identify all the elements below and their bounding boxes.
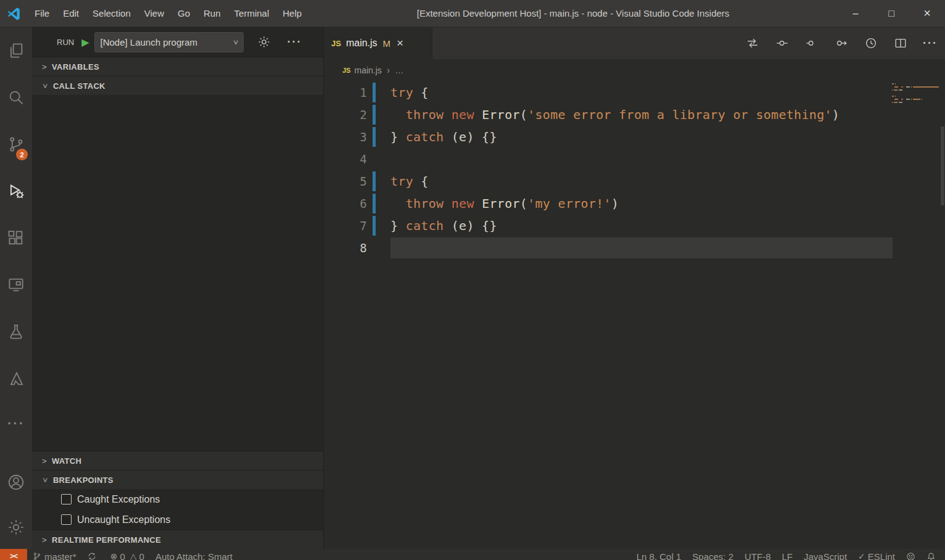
activitybar-item-explorer[interactable] — [0, 27, 32, 74]
more-actions-icon[interactable]: ··· — [923, 36, 938, 51]
debug-more-actions-icon[interactable]: ··· — [287, 36, 302, 49]
menu-go[interactable]: Go — [171, 0, 197, 27]
code-line[interactable]: 8 — [324, 237, 945, 259]
open-changes-icon[interactable] — [745, 36, 760, 51]
activitybar-item-run-debug[interactable] — [0, 168, 32, 215]
checkbox-uncaught-exceptions[interactable] — [61, 514, 72, 525]
section-watch[interactable]: > WATCH — [32, 451, 323, 470]
activitybar-item-search[interactable] — [0, 74, 32, 121]
line-number[interactable]: 3 — [324, 130, 367, 144]
language-status[interactable]: JavaScript — [798, 551, 852, 560]
menu-edit[interactable]: Edit — [56, 0, 86, 27]
gutter-modified-indicator — [373, 171, 376, 191]
problems-status[interactable]: ⊗ 0 △ 0 — [105, 551, 150, 560]
notifications-status[interactable] — [921, 552, 941, 560]
change-overview-icon[interactable] — [804, 36, 819, 51]
chevron-right-icon: > — [42, 62, 52, 72]
debug-settings-gear-icon[interactable] — [257, 35, 271, 49]
activitybar-item-more[interactable]: ··· — [0, 402, 32, 445]
line-number[interactable]: 8 — [324, 241, 367, 255]
line-number[interactable]: 1 — [324, 86, 367, 99]
status-bar: >< master* ⊗ 0 △ 0 Auto Attach: Smart Ln… — [0, 549, 945, 560]
remote-indicator[interactable]: >< — [0, 549, 27, 560]
code-text[interactable]: try { — [390, 174, 429, 189]
line-col-label: Ln 8, Col 1 — [637, 551, 682, 560]
code-line[interactable]: 7} catch (e) {} — [324, 215, 945, 237]
auto-attach-status[interactable]: Auto Attach: Smart — [150, 551, 238, 560]
activitybar-item-azure[interactable] — [0, 355, 32, 402]
section-realtime-label: REALTIME PERFORMANCE — [52, 535, 161, 545]
section-call-stack[interactable]: > CALL STACK — [32, 76, 323, 95]
code-line[interactable]: 4 — [324, 148, 945, 170]
menu-terminal[interactable]: Terminal — [228, 0, 276, 27]
start-debug-button[interactable]: ▶ — [81, 36, 89, 48]
timeline-icon[interactable] — [864, 36, 878, 51]
section-variables-label: VARIABLES — [52, 62, 99, 72]
code-text[interactable]: } catch (e) {} — [390, 130, 497, 144]
eslint-status[interactable]: ✓ ESLint — [852, 551, 901, 560]
breakpoint-row-uncaught[interactable]: Uncaught Exceptions — [32, 509, 323, 530]
code-editor[interactable]: 1try {2 throw new Error('some error from… — [324, 81, 945, 549]
scrollbar[interactable] — [941, 126, 944, 205]
menu-help[interactable]: Help — [276, 0, 308, 27]
run-debug-icon — [7, 182, 25, 200]
eol-status[interactable]: LF — [777, 551, 799, 560]
line-number[interactable]: 5 — [324, 175, 367, 188]
maximize-button[interactable]: □ — [873, 0, 909, 27]
line-number[interactable]: 7 — [324, 219, 367, 233]
remote-explorer-icon — [7, 276, 25, 294]
checkbox-caught-exceptions[interactable] — [61, 494, 72, 504]
code-text[interactable]: try { — [390, 85, 429, 100]
breadcrumb[interactable]: JS main.js › … — [324, 59, 945, 81]
section-breakpoints[interactable]: > BREAKPOINTS — [32, 470, 323, 489]
run-debug-sidebar: RUN ▶ [Node] Launch program > ··· > VARI… — [32, 27, 323, 549]
menu-file[interactable]: File — [28, 0, 56, 27]
git-branch-status[interactable]: master* — [27, 551, 82, 560]
minimize-button[interactable]: – — [838, 0, 873, 27]
feedback-icon — [906, 552, 915, 560]
breadcrumb-separator-icon: › — [387, 65, 390, 76]
activitybar-item-remote-explorer[interactable] — [0, 261, 32, 308]
launch-config-select[interactable]: [Node] Launch program > — [94, 32, 244, 52]
section-realtime-performance[interactable]: > REALTIME PERFORMANCE — [32, 530, 323, 549]
code-line[interactable]: 5try { — [324, 170, 945, 192]
prev-change-icon[interactable] — [775, 36, 790, 51]
gutter-modified-indicator — [373, 216, 376, 236]
breakpoint-row-caught[interactable]: Caught Exceptions — [32, 489, 323, 509]
breadcrumb-symbol[interactable]: … — [395, 65, 403, 75]
next-change-icon[interactable] — [834, 36, 849, 51]
activitybar-item-testing[interactable] — [0, 308, 32, 355]
activitybar-item-source-control[interactable]: 2 — [0, 121, 32, 168]
close-tab-icon[interactable]: × — [397, 36, 403, 50]
code-text[interactable]: throw new Error('some error from a libra… — [390, 107, 840, 122]
activitybar-item-settings[interactable] — [0, 506, 32, 549]
cursor-position-status[interactable]: Ln 8, Col 1 — [631, 551, 687, 560]
code-line[interactable]: 6 throw new Error('my error!') — [324, 192, 945, 215]
close-button[interactable]: × — [909, 0, 945, 27]
menu-view[interactable]: View — [138, 0, 171, 27]
search-icon — [7, 88, 25, 107]
line-number[interactable]: 2 — [324, 108, 367, 121]
tab-main-js[interactable]: JS main.js M × — [324, 27, 432, 59]
modified-indicator: M — [383, 38, 391, 49]
menu-selection[interactable]: Selection — [86, 0, 138, 27]
minimap[interactable] — [892, 83, 939, 108]
code-text[interactable]: } catch (e) {} — [390, 218, 497, 233]
activitybar-item-extensions[interactable] — [0, 215, 32, 261]
line-number[interactable]: 6 — [324, 197, 367, 210]
code-line[interactable]: 3} catch (e) {} — [324, 126, 945, 148]
encoding-status[interactable]: UTF-8 — [739, 551, 777, 560]
code-line[interactable]: 1try { — [324, 81, 945, 104]
split-editor-icon[interactable] — [893, 36, 908, 51]
activitybar-item-accounts[interactable] — [0, 459, 32, 506]
line-number[interactable]: 4 — [324, 152, 367, 166]
editor-group: JS main.js M × ··· JS main.js — [323, 27, 945, 549]
sync-status[interactable] — [82, 552, 105, 560]
feedback-status[interactable] — [901, 552, 921, 560]
breadcrumb-file[interactable]: main.js — [354, 65, 381, 75]
indentation-status[interactable]: Spaces: 2 — [687, 551, 739, 560]
section-variables[interactable]: > VARIABLES — [32, 57, 323, 76]
code-line[interactable]: 2 throw new Error('some error from a lib… — [324, 104, 945, 126]
code-text[interactable]: throw new Error('my error!') — [390, 196, 619, 211]
menu-run[interactable]: Run — [197, 0, 228, 27]
